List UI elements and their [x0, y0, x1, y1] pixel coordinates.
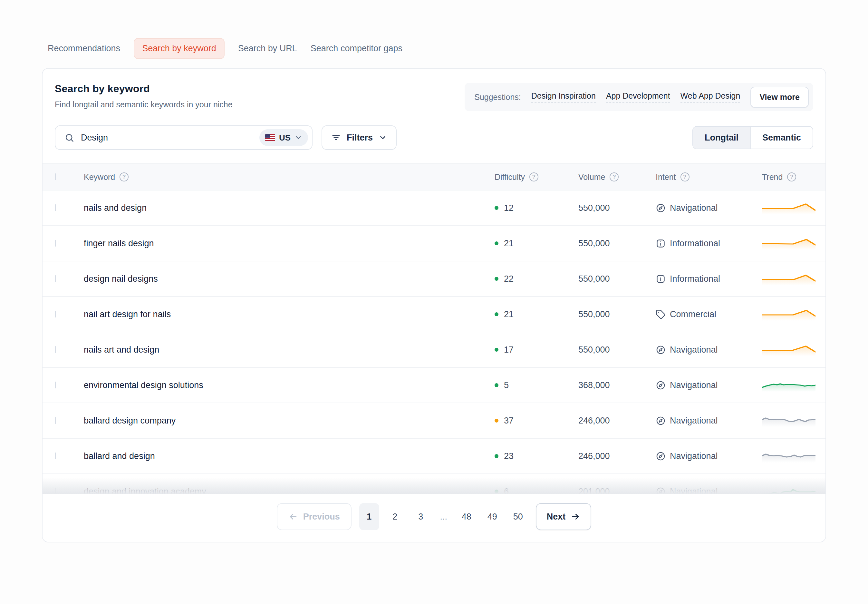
intent-label: Informational — [670, 239, 720, 248]
page-title: Search by keyword — [55, 83, 232, 95]
trend-sparkline — [762, 343, 815, 356]
filters-button[interactable]: Filters — [322, 126, 397, 150]
difficulty-dot — [494, 206, 498, 210]
row-checkbox[interactable] — [55, 488, 56, 494]
help-icon[interactable]: ? — [119, 172, 129, 182]
toggle-semantic[interactable]: Semantic — [750, 127, 812, 149]
column-header-volume: Volume ? — [578, 172, 656, 182]
table-row: ballard design company 37 246,000 Naviga… — [42, 403, 826, 439]
intent-label: Navigational — [670, 380, 718, 390]
intent-label: Informational — [670, 274, 720, 284]
row-checkbox[interactable] — [55, 452, 56, 459]
keyword-cell[interactable]: nails and design — [84, 203, 494, 213]
difficulty-dot — [494, 454, 498, 458]
intent-cell: Navigational — [656, 203, 762, 213]
row-checkbox[interactable] — [55, 240, 56, 247]
suggestion-web-app-design[interactable]: Web App Design — [680, 91, 741, 103]
trend-sparkline — [762, 272, 815, 285]
search-controls: US Filters Longtail Semantic — [42, 126, 826, 150]
column-header-trend: Trend ? — [762, 172, 813, 182]
trend-sparkline — [762, 202, 815, 214]
volume-cell: 201,000 — [578, 487, 656, 494]
compass-icon — [656, 451, 666, 461]
difficulty-dot — [494, 241, 498, 245]
trend-sparkline — [762, 414, 815, 427]
pagination: Previous 123...484950 Next — [42, 494, 826, 542]
compass-icon — [656, 345, 666, 355]
help-icon[interactable]: ? — [787, 172, 796, 182]
trend-sparkline — [762, 485, 815, 494]
tab-recommendations[interactable]: Recommendations — [48, 43, 120, 53]
page-number-3[interactable]: 3 — [411, 503, 431, 530]
keyword-cell[interactable]: environmental design solutions — [84, 380, 494, 390]
row-checkbox[interactable] — [55, 311, 56, 317]
search-input[interactable] — [81, 133, 253, 143]
info-icon — [656, 274, 666, 284]
chevron-down-icon — [378, 134, 387, 142]
column-header-intent: Intent ? — [656, 172, 762, 182]
top-tabs: Recommendations Search by keyword Search… — [42, 38, 826, 59]
previous-label: Previous — [303, 512, 340, 522]
difficulty-dot — [494, 348, 498, 352]
difficulty-cell: 12 — [494, 203, 578, 213]
row-checkbox[interactable] — [55, 275, 56, 282]
tab-search-by-keyword[interactable]: Search by keyword — [134, 38, 225, 59]
volume-cell: 368,000 — [578, 380, 656, 390]
tab-search-competitor-gaps[interactable]: Search competitor gaps — [311, 43, 402, 53]
keyword-search-field[interactable]: US — [55, 126, 313, 150]
difficulty-cell: 17 — [494, 345, 578, 355]
suggestion-design-inspiration[interactable]: Design Inspiration — [531, 91, 596, 103]
trend-sparkline — [762, 450, 815, 463]
volume-cell: 246,000 — [578, 451, 656, 461]
previous-button[interactable]: Previous — [277, 503, 352, 530]
volume-cell: 550,000 — [578, 309, 656, 320]
page-number-48[interactable]: 48 — [457, 503, 476, 530]
country-selector[interactable]: US — [259, 129, 308, 146]
row-checkbox[interactable] — [55, 417, 56, 424]
volume-cell: 550,000 — [578, 274, 656, 284]
page-number-1[interactable]: 1 — [359, 503, 379, 530]
keyword-cell[interactable]: ballard design company — [84, 416, 494, 426]
keyword-cell[interactable]: finger nails design — [84, 239, 494, 248]
help-icon[interactable]: ? — [609, 172, 618, 182]
row-checkbox[interactable] — [55, 382, 56, 388]
compass-icon — [656, 380, 666, 390]
row-checkbox[interactable] — [55, 204, 56, 211]
row-checkbox[interactable] — [55, 346, 56, 353]
difficulty-dot — [494, 383, 498, 387]
difficulty-cell: 21 — [494, 309, 578, 320]
keyword-cell[interactable]: design nail designs — [84, 274, 494, 284]
help-icon[interactable]: ? — [529, 172, 538, 182]
keyword-cell[interactable]: ballard and design — [84, 451, 494, 461]
difficulty-value: 22 — [504, 274, 514, 284]
view-more-button[interactable]: View more — [750, 87, 809, 108]
keyword-cell[interactable]: nails art and design — [84, 345, 494, 355]
filters-label: Filters — [347, 133, 373, 143]
page-number-49[interactable]: 49 — [482, 503, 502, 530]
difficulty-cell: 22 — [494, 274, 578, 284]
tab-search-by-url[interactable]: Search by URL — [238, 43, 297, 53]
help-icon[interactable]: ? — [680, 172, 690, 182]
intent-cell: Navigational — [656, 380, 762, 390]
intent-label: Commercial — [670, 309, 716, 320]
info-icon — [656, 239, 666, 248]
suggestion-app-development[interactable]: App Development — [606, 91, 670, 103]
arrow-left-icon — [288, 512, 298, 522]
volume-cell: 550,000 — [578, 345, 656, 355]
page-number-2[interactable]: 2 — [385, 503, 405, 530]
difficulty-dot — [494, 312, 498, 316]
toggle-longtail[interactable]: Longtail — [693, 127, 750, 149]
next-button[interactable]: Next — [536, 503, 592, 530]
tag-icon — [656, 309, 666, 320]
page-numbers: 123...484950 — [359, 503, 528, 530]
keyword-cell[interactable]: nail art design for nails — [84, 309, 494, 320]
compass-icon — [656, 487, 666, 494]
table-body: nails and design 12 550,000 Navigational… — [42, 191, 826, 494]
keyword-cell[interactable]: design and innovation academy — [84, 487, 494, 494]
table-row: design nail designs 22 550,000 Informati… — [42, 261, 826, 297]
page-number-50[interactable]: 50 — [508, 503, 528, 530]
intent-label: Navigational — [670, 451, 718, 461]
select-all-checkbox[interactable] — [55, 173, 56, 180]
trend-sparkline — [762, 379, 815, 391]
intent-cell: Navigational — [656, 416, 762, 426]
